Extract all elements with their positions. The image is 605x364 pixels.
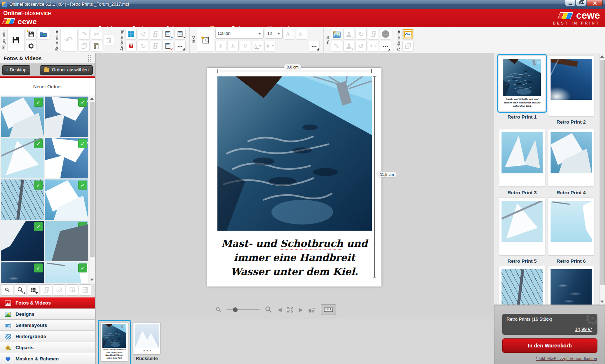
save-layout-button[interactable]: ▪ — [175, 29, 186, 40]
add-text-button[interactable] — [197, 29, 214, 52]
photo-thumbnail[interactable]: ✓ — [1, 138, 44, 178]
category-masken-rahmen[interactable]: Masken & Rahmen — [0, 353, 95, 364]
panel-tool-button[interactable] — [79, 284, 91, 296]
copy-button[interactable] — [79, 41, 90, 52]
photo-thumbnail[interactable]: ✓ — [1, 262, 44, 283]
front-page-thumbnail[interactable]: Mast- und Schotbruch und immer eine Hand… — [98, 320, 131, 364]
italic-button[interactable]: K — [228, 41, 239, 52]
zoom-in-thumbs-button[interactable]: + — [14, 284, 26, 296]
next-page-icon[interactable]: ▶ — [299, 307, 303, 312]
arrange-more-button[interactable]: ••• — [175, 41, 186, 52]
photo-thumbnail[interactable]: ✓ — [45, 262, 88, 283]
zoom-face-in-button[interactable]: + — [343, 41, 354, 52]
shapes-tool-button[interactable] — [40, 284, 52, 296]
photo-thumbnail[interactable]: ✓ — [45, 179, 88, 220]
print-page[interactable]: Mast- und Schotbruch und immer eine Hand… — [207, 68, 381, 287]
print-caption[interactable]: Mast- und Schotbruch und immer eine Hand… — [218, 236, 371, 279]
font-color-button[interactable]: A — [252, 41, 263, 52]
category-designs[interactable]: Designs — [0, 308, 95, 320]
add-photo-button[interactable] — [331, 29, 342, 40]
settings-button[interactable] — [26, 41, 37, 52]
rotate-photo-left-button[interactable]: ↺ — [356, 41, 367, 52]
photo-effects-button[interactable]: ✦✧ — [368, 41, 379, 52]
photo-more-button[interactable]: ••• — [380, 41, 391, 52]
photo-thumbnail[interactable]: ✓ — [1, 221, 44, 261]
previous-page-icon[interactable]: ◀ — [278, 307, 282, 312]
rotate-photo-right-button[interactable]: ↻ — [356, 29, 367, 40]
scrollbar-thumb[interactable] — [600, 60, 605, 285]
product-card[interactable] — [499, 266, 545, 305]
add-to-cart-button[interactable]: In den Warenkorb — [502, 338, 597, 353]
product-card-retro-print-1[interactable]: Mast- und Schotbruch und immer eine Hand… — [499, 56, 545, 111]
redo-button[interactable]: ↷ — [79, 29, 90, 40]
decoration-frames-button[interactable] — [402, 41, 414, 52]
product-card[interactable] — [548, 266, 594, 305]
decrease-font-button[interactable]: A− — [296, 29, 307, 40]
text-more-button[interactable]: ••• — [309, 41, 320, 52]
fit-to-screen-icon[interactable] — [287, 306, 294, 313]
scroll-down-icon[interactable] — [90, 279, 94, 281]
grid-button[interactable] — [125, 29, 137, 40]
category-seitenlayouts[interactable]: Seitenlayouts — [0, 320, 95, 331]
photo-thumbnail[interactable]: ✓ — [45, 138, 88, 178]
close-button[interactable] — [587, 0, 603, 6]
tax-note-link[interactable]: * Inkl. MwSt. zzgl. Versandkosten — [536, 356, 597, 361]
desktop-back-button[interactable]: ‹ Desktop — [2, 65, 30, 75]
font-family-select[interactable]: Calibri — [215, 29, 264, 39]
product-card-retro-print-3[interactable] — [499, 129, 545, 187]
scrollbar-thumb[interactable] — [90, 102, 94, 257]
zoom-in-icon[interactable] — [265, 306, 273, 314]
photo-shapes-button[interactable] — [368, 29, 379, 40]
edit-photo-button[interactable]: ✎ — [331, 41, 342, 52]
zoom-face-out-button[interactable]: − — [343, 29, 354, 40]
photo-thumbnail[interactable]: ✓ — [1, 179, 44, 220]
drag-handle-icon[interactable] — [88, 55, 92, 62]
open-button[interactable] — [38, 29, 49, 40]
minimize-button[interactable] — [565, 0, 575, 6]
editor-canvas[interactable]: Mast- und Schotbruch und immer eine Hand… — [96, 53, 494, 319]
decoration-button[interactable] — [402, 29, 414, 40]
browse-tool-button[interactable] — [66, 284, 78, 296]
restore-button[interactable] — [576, 0, 586, 6]
choose-folder-button[interactable]: Ordner auswählen — [40, 65, 93, 75]
product-card-retro-print-2[interactable] — [548, 56, 594, 116]
scroll-up-icon[interactable] — [600, 55, 604, 58]
bold-button[interactable]: F — [215, 41, 226, 52]
product-panel-scrollbar[interactable] — [599, 53, 605, 305]
zoom-out-thumbs-button[interactable] — [1, 284, 13, 296]
ruler-toggle-button[interactable] — [321, 304, 336, 315]
save-button[interactable] — [7, 29, 25, 52]
slider-knob[interactable] — [233, 307, 238, 312]
text-fill-button[interactable] — [264, 41, 275, 52]
order-summary-box[interactable]: ⚙ Retro Prints (16 Stück) 14,99 €* — [502, 314, 597, 335]
product-card-retro-print-5[interactable] — [499, 197, 545, 255]
zoom-slider[interactable] — [226, 307, 260, 312]
underline-button[interactable]: U — [240, 41, 251, 52]
rotate-left-button[interactable]: ↺ — [138, 29, 149, 40]
apply-to-all-pages-button[interactable]: » — [162, 29, 173, 40]
photo-thumbnail[interactable]: ✓ — [1, 97, 44, 137]
category-fotos-videos[interactable]: Fotos & Videos — [0, 297, 95, 308]
snap-button[interactable] — [125, 41, 137, 52]
smile-detection-button[interactable] — [380, 29, 391, 40]
photo-thumbnail[interactable]: ✓ — [45, 97, 88, 137]
increase-font-button[interactable]: A+ — [284, 29, 295, 40]
product-card-retro-print-4[interactable] — [548, 129, 594, 187]
scroll-up-icon[interactable] — [90, 97, 94, 100]
undo-button[interactable]: ↶ — [60, 29, 78, 52]
photo-list-scrollbar[interactable] — [89, 96, 95, 283]
zoom-out-icon[interactable] — [216, 307, 221, 312]
product-card-retro-print-6[interactable] — [548, 197, 594, 255]
save-as-button[interactable]: ✦ — [26, 29, 37, 40]
delete-button[interactable] — [103, 35, 114, 45]
rotate-right-button[interactable]: ↻ — [138, 41, 149, 52]
scroll-down-icon[interactable] — [600, 301, 604, 303]
font-size-select[interactable]: 12 — [265, 29, 283, 39]
view-mode-button[interactable] — [27, 284, 39, 296]
send-backward-button[interactable] — [150, 41, 161, 52]
category-hintergruende[interactable]: Hintergründe — [0, 331, 95, 342]
remove-from-pages-button[interactable]: × — [162, 41, 173, 52]
cut-button[interactable]: ✂ — [91, 29, 102, 40]
bring-forward-button[interactable] — [150, 29, 161, 40]
filter-tool-button[interactable] — [53, 284, 65, 296]
